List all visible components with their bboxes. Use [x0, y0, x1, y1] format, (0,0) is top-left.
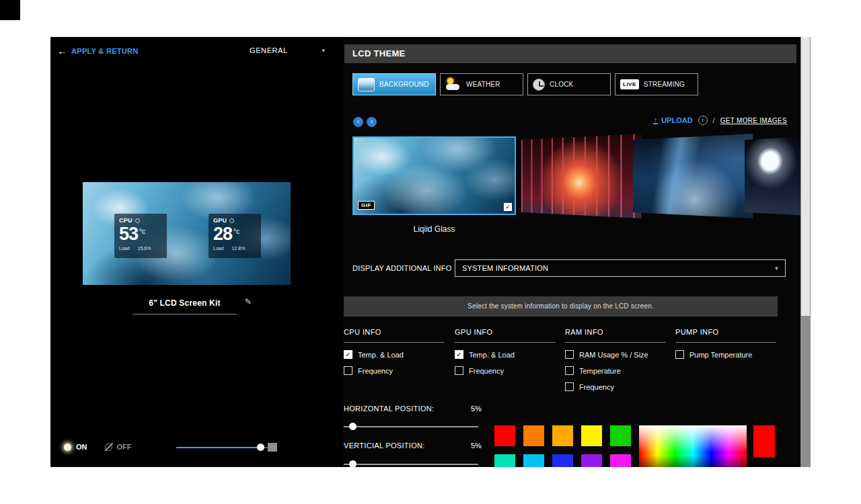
carousel-item-2[interactable] — [521, 134, 641, 218]
color-swatch[interactable] — [494, 425, 515, 446]
info-banner: Select the system information to display… — [344, 296, 778, 317]
checkbox-ram-usage[interactable]: ✓ RAM Usage % / Size — [565, 350, 666, 359]
gpu-temp-unit: °c — [233, 228, 239, 235]
color-swatch[interactable] — [581, 454, 602, 467]
checkbox-box[interactable]: ✓ — [344, 366, 352, 375]
color-swatch[interactable] — [552, 425, 573, 446]
cpu-temp-value: 53 — [119, 224, 138, 244]
color-swatch[interactable] — [523, 425, 544, 446]
info-icon[interactable]: i — [698, 116, 708, 125]
chevron-left-icon: ‹ — [357, 117, 360, 125]
device-name-field[interactable]: 6" LCD Screen Kit ✎ — [133, 296, 237, 314]
checkbox-label: Temp. & Load — [358, 351, 404, 359]
checkbox-label: RAM Usage % / Size — [579, 351, 648, 359]
gpu-info-title: GPU INFO — [455, 328, 556, 343]
checkbox-box[interactable]: ✓ — [455, 366, 463, 375]
tab-streaming[interactable]: LIVE STREAMING — [615, 73, 698, 95]
scrollbar[interactable] — [800, 37, 811, 467]
carousel-item-3[interactable] — [633, 134, 753, 218]
selected-check-icon[interactable]: ✓ — [504, 203, 512, 211]
color-swatch[interactable] — [610, 454, 631, 467]
pump-info-title: PUMP INFO — [675, 328, 776, 343]
slider-track[interactable] — [344, 464, 478, 465]
bulb-on-icon — [64, 444, 71, 451]
tab-weather[interactable]: WEATHER — [440, 73, 523, 95]
tab-clock[interactable]: CLOCK — [527, 73, 611, 95]
gpu-temp-value: 28 — [213, 224, 232, 244]
clock-icon — [533, 79, 545, 91]
upload-icon: ↑ — [653, 116, 659, 124]
brightness-level-indicator — [268, 443, 277, 452]
weather-icon — [445, 78, 461, 91]
checkbox-cpu-frequency[interactable]: ✓ Frequency — [344, 366, 445, 375]
lcd-settings-window: ← APPLY & RETURN GENERAL ▾ CPU 53°c Load… — [50, 37, 811, 467]
cpu-load-label: Load — [119, 246, 130, 251]
apply-return-button[interactable]: ← APPLY & RETURN — [57, 46, 139, 56]
checkbox-box[interactable]: ✓ — [565, 350, 574, 359]
general-mode-dropdown[interactable]: GENERAL ▾ — [250, 46, 325, 54]
carousel-item-selected[interactable]: GIF ✓ — [352, 136, 516, 215]
brightness-slider-track[interactable] — [176, 447, 268, 448]
tab-background[interactable]: BACKGROUND — [352, 73, 436, 95]
lcd-screen-preview: CPU 53°c Load 15.6% GPU 28°c Load 12.8% — [83, 182, 291, 285]
get-more-images-link[interactable]: GET MORE IMAGES — [720, 117, 787, 124]
vertical-position-slider[interactable] — [344, 460, 478, 467]
color-swatches — [494, 425, 631, 467]
color-swatch[interactable] — [552, 454, 573, 467]
color-swatch[interactable] — [610, 425, 631, 446]
chevron-down-icon: ▾ — [322, 48, 325, 54]
scrollbar-thumb[interactable] — [801, 37, 810, 316]
power-on-label: ON — [76, 443, 87, 451]
checkbox-box[interactable]: ✓ — [565, 382, 574, 391]
edit-icon[interactable]: ✎ — [245, 297, 252, 306]
color-gradient-picker[interactable] — [639, 425, 747, 467]
power-controls: ON OFF — [64, 443, 132, 451]
system-info-dropdown[interactable]: SYSTEM INFORMATION ▾ — [455, 259, 786, 277]
slider-track[interactable] — [344, 426, 478, 427]
checkbox-ram-temperature[interactable]: ✓ Temperature — [565, 366, 666, 375]
checkbox-label: Frequency — [579, 383, 614, 391]
checkbox-gpu-frequency[interactable]: ✓ Frequency — [455, 366, 556, 375]
check-icon: ✓ — [455, 351, 463, 359]
tab-clock-label: CLOCK — [550, 81, 573, 88]
power-off-button[interactable]: OFF — [105, 443, 132, 451]
checkbox-cpu-temp-load[interactable]: ✓ Temp. & Load — [344, 350, 445, 359]
carousel-item-4[interactable] — [745, 137, 804, 216]
display-additional-info-label: DISPLAY ADDITIONAL INFO — [352, 264, 451, 272]
apply-return-label: APPLY & RETURN — [71, 47, 139, 55]
color-swatch[interactable] — [523, 454, 544, 467]
horizontal-position-value: 5% — [471, 405, 482, 413]
checkbox-ram-frequency[interactable]: ✓ Frequency — [565, 382, 666, 391]
carousel-prev-button[interactable]: ‹ — [353, 117, 363, 127]
carousel-next-button[interactable]: › — [367, 117, 377, 127]
slider-knob[interactable] — [349, 460, 357, 467]
brightness-slider[interactable] — [176, 444, 268, 451]
brightness-slider-knob[interactable] — [257, 444, 264, 451]
color-swatch[interactable] — [581, 425, 602, 446]
checkbox-box[interactable]: ✓ — [675, 350, 684, 359]
cpu-info-title: CPU INFO — [344, 328, 445, 343]
page-title-text: LCD THEME — [352, 48, 406, 58]
gear-icon — [135, 218, 140, 223]
chevron-down-icon: ▾ — [775, 265, 778, 271]
checkbox-label: Temperature — [579, 367, 621, 375]
gif-badge: GIF — [358, 201, 375, 210]
vertical-position-value: 5% — [471, 442, 482, 450]
tab-weather-label: WEATHER — [466, 81, 500, 88]
checkbox-box[interactable]: ✓ — [565, 366, 574, 375]
checkbox-pump-temperature[interactable]: ✓ Pump Temperature — [675, 350, 776, 359]
horizontal-position-slider[interactable] — [344, 423, 478, 430]
checkbox-gpu-temp-load[interactable]: ✓ Temp. & Load — [455, 350, 556, 359]
color-swatch[interactable] — [494, 454, 515, 467]
check-icon: ✓ — [344, 351, 352, 359]
upload-button[interactable]: ↑ UPLOAD — [653, 116, 693, 124]
gpu-load-value: 12.8% — [232, 246, 246, 251]
power-off-label: OFF — [117, 443, 132, 451]
gpu-info-group: GPU INFO ✓ Temp. & Load ✓ Frequency — [455, 328, 556, 375]
screen-corner-artifact — [0, 0, 20, 20]
checkbox-box[interactable]: ✓ — [455, 350, 463, 359]
cpu-load-value: 15.6% — [138, 246, 151, 251]
slider-knob[interactable] — [349, 423, 357, 430]
power-on-button[interactable]: ON — [64, 443, 87, 451]
checkbox-box[interactable]: ✓ — [344, 350, 352, 359]
